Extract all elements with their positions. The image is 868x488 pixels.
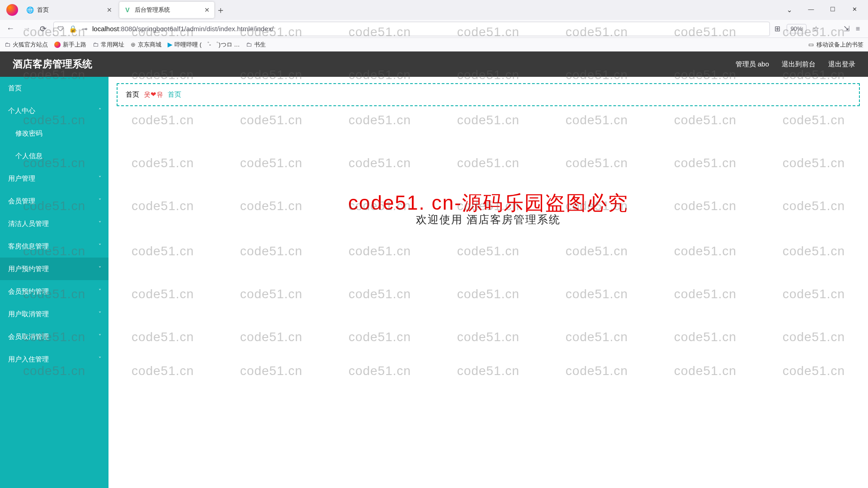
chevron-down-icon: ˅ bbox=[99, 198, 101, 204]
tab-title: 后台管理系统 bbox=[135, 6, 201, 14]
browser-chrome: 🌐首页✕V后台管理系统✕ ＋ ⌄ — ☐ ✕ ← → ⟳ 🛡 🔒 ⊸ local… bbox=[0, 0, 868, 52]
browser-tab[interactable]: V后台管理系统✕ bbox=[119, 2, 214, 18]
mobile-icon: ▭ bbox=[808, 41, 814, 48]
window-controls: ⌄ — ☐ ✕ bbox=[783, 6, 865, 14]
bookmark-item[interactable]: 火狐官方站点 bbox=[5, 41, 48, 49]
tracking-shield-icon: 🛡 bbox=[57, 25, 64, 33]
sidebar-subitem[interactable]: 修改密码 bbox=[0, 122, 108, 145]
sidebar-item-label: 个人信息 bbox=[15, 152, 42, 160]
bookmarks-bar: 火狐官方站点新手上路常用网址⊕京东商城▶哔哩哔哩 ( ゜- ゜)つロ …书生 ▭… bbox=[0, 38, 868, 52]
mobile-bookmarks-button[interactable]: ▭ 移动设备上的书签 bbox=[808, 41, 863, 49]
tab-strip: 🌐首页✕V后台管理系统✕ ＋ ⌄ — ☐ ✕ bbox=[0, 0, 868, 20]
bookmark-label: 书生 bbox=[254, 41, 266, 49]
sidebar-item[interactable]: 首页 bbox=[0, 77, 108, 99]
chevron-down-icon: ˅ bbox=[99, 356, 101, 362]
sidebar-item-label: 会员取消管理 bbox=[8, 333, 49, 341]
bookmark-label: 火狐官方站点 bbox=[13, 41, 48, 49]
tabs-dropdown-button[interactable]: ⌄ bbox=[783, 6, 796, 14]
browser-tab[interactable]: 🌐首页✕ bbox=[22, 2, 117, 18]
lock-icon: 🔒 bbox=[69, 25, 77, 33]
close-tab-button[interactable]: ✕ bbox=[107, 6, 112, 14]
sidebar-item-label: 用户取消管理 bbox=[8, 310, 49, 319]
sidebar-item-label: 修改密码 bbox=[15, 129, 42, 138]
tab-title: 首页 bbox=[37, 6, 103, 14]
bookmark-label: 京东商城 bbox=[138, 41, 161, 49]
sidebar-item-label: 用户入住管理 bbox=[8, 355, 49, 364]
chevron-down-icon: ˅ bbox=[99, 175, 101, 182]
address-bar: ← → ⟳ 🛡 🔒 ⊸ localhost:8080/springboot6al… bbox=[0, 20, 868, 38]
toolbar-right: ⊞ 90% ☆ ⇲ ≡ bbox=[774, 24, 863, 33]
sidebar-item[interactable]: 会员预约管理˅ bbox=[0, 280, 108, 303]
sidebar-item-label: 个人中心 bbox=[8, 107, 35, 115]
chevron-down-icon: ˅ bbox=[99, 333, 101, 340]
app-root: 酒店客房管理系统 管理员 abo 退出到前台 退出登录 首页个人中心˄修改密码个… bbox=[0, 52, 868, 488]
url-input[interactable]: 🛡 🔒 ⊸ localhost:8080/springboot6alf1/adm… bbox=[53, 22, 770, 36]
bookmark-item[interactable]: 常用网址 bbox=[93, 41, 124, 49]
sidebar-item-label: 会员预约管理 bbox=[8, 287, 49, 296]
welcome-text: 欢迎使用 酒店客房管理系统 bbox=[416, 212, 561, 227]
chevron-down-icon: ˅ bbox=[99, 288, 101, 295]
breadcrumb-separator-icon: 옷❤유 bbox=[144, 90, 163, 99]
sidebar-item-label: 用户管理 bbox=[8, 174, 35, 183]
bookmark-label: 常用网址 bbox=[101, 41, 124, 49]
minimize-button[interactable]: — bbox=[805, 6, 817, 14]
sidebar-item[interactable]: 个人中心˄ bbox=[0, 99, 108, 122]
breadcrumb-current[interactable]: 首页 bbox=[168, 90, 181, 99]
sidebar-item-label: 会员管理 bbox=[8, 197, 35, 206]
bookmark-label: 新手上路 bbox=[63, 41, 86, 49]
reload-button[interactable]: ⟳ bbox=[37, 24, 49, 34]
header-logout-link[interactable]: 退出登录 bbox=[828, 60, 855, 69]
new-tab-button[interactable]: ＋ bbox=[214, 4, 227, 16]
header-exit-front-link[interactable]: 退出到前台 bbox=[782, 60, 816, 69]
zoom-indicator[interactable]: 90% bbox=[787, 24, 807, 33]
sidebar-item[interactable]: 用户管理˅ bbox=[0, 167, 108, 190]
firefox-icon bbox=[54, 42, 61, 48]
bookmark-item[interactable]: ▶哔哩哔哩 ( ゜- ゜)つロ … bbox=[168, 41, 240, 49]
connection-icon: ⊸ bbox=[82, 25, 88, 33]
breadcrumb-home[interactable]: 首页 bbox=[126, 90, 139, 99]
bilibili-icon: ▶ bbox=[168, 41, 172, 48]
bookmark-label: 哔哩哔哩 ( ゜- ゜)つロ … bbox=[175, 41, 240, 49]
url-text: localhost:8080/springboot6alf1/admin/dis… bbox=[92, 25, 766, 33]
app-title: 酒店客房管理系统 bbox=[13, 57, 92, 71]
sidebar-item[interactable]: 会员取消管理˅ bbox=[0, 325, 108, 348]
sidebar-item-label: 客房信息管理 bbox=[8, 242, 49, 251]
bookmark-item[interactable]: 书生 bbox=[246, 41, 266, 49]
maximize-button[interactable]: ☐ bbox=[826, 6, 839, 14]
chevron-down-icon: ˅ bbox=[99, 266, 101, 272]
sidebar: 首页个人中心˄修改密码个人信息用户管理˅会员管理˅清洁人员管理˅客房信息管理˅用… bbox=[0, 77, 108, 488]
sidebar-item[interactable]: 用户取消管理˅ bbox=[0, 303, 108, 325]
chevron-down-icon: ˅ bbox=[99, 243, 101, 249]
chevron-down-icon: ˅ bbox=[99, 221, 101, 227]
bookmark-item[interactable]: ⊕京东商城 bbox=[131, 41, 161, 49]
close-tab-button[interactable]: ✕ bbox=[204, 6, 210, 14]
back-button[interactable]: ← bbox=[5, 24, 16, 33]
sidebar-item[interactable]: 清洁人员管理˅ bbox=[0, 212, 108, 235]
app-header: 酒店客房管理系统 管理员 abo 退出到前台 退出登录 bbox=[0, 52, 868, 77]
sidebar-item[interactable]: 用户入住管理˅ bbox=[0, 348, 108, 371]
chevron-down-icon: ˅ bbox=[99, 311, 101, 317]
sidebar-subitem[interactable]: 个人信息 bbox=[0, 145, 108, 167]
vue-favicon-icon: V bbox=[124, 6, 131, 14]
sidebar-item[interactable]: 会员管理˅ bbox=[0, 190, 108, 212]
sidebar-item[interactable]: 客房信息管理˅ bbox=[0, 235, 108, 258]
qr-icon[interactable]: ⊞ bbox=[774, 24, 780, 33]
jd-icon: ⊕ bbox=[131, 41, 136, 48]
firefox-logo-icon bbox=[6, 4, 18, 16]
bookmark-item[interactable]: 新手上路 bbox=[54, 41, 86, 49]
sidebar-item-label: 用户预约管理 bbox=[8, 265, 49, 273]
breadcrumb: 首页 옷❤유 首页 bbox=[117, 83, 860, 106]
sidebar-item-label: 首页 bbox=[8, 84, 22, 93]
content-area: 首页 옷❤유 首页 code51. cn-源码乐园盗图必究 欢迎使用 酒店客房管… bbox=[108, 77, 868, 488]
close-window-button[interactable]: ✕ bbox=[848, 6, 861, 14]
bookmark-star-icon[interactable]: ☆ bbox=[813, 24, 819, 33]
extensions-icon[interactable]: ⇲ bbox=[844, 24, 849, 33]
menu-button[interactable]: ≡ bbox=[856, 25, 860, 33]
header-user-label[interactable]: 管理员 abo bbox=[736, 60, 769, 69]
sidebar-item-label: 清洁人员管理 bbox=[8, 220, 49, 228]
forward-button[interactable]: → bbox=[21, 24, 33, 33]
globe-favicon-icon: 🌐 bbox=[26, 6, 33, 14]
chevron-up-icon: ˄ bbox=[99, 108, 101, 114]
sidebar-item[interactable]: 用户预约管理˅ bbox=[0, 258, 108, 280]
